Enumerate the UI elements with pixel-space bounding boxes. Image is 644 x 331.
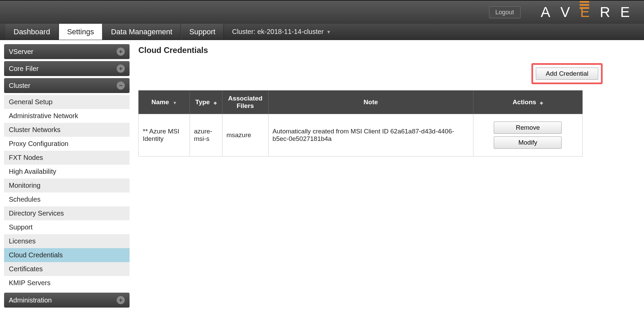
sidebar-item-general-setup[interactable]: General Setup: [4, 95, 130, 109]
tab-support[interactable]: Support: [181, 24, 224, 40]
cell-name: ** Azure MSI Identity: [139, 114, 190, 157]
brand-logo: A V E R E: [541, 4, 634, 20]
modify-button[interactable]: Modify: [494, 136, 562, 149]
col-header-associated-filers[interactable]: Associated Filers: [222, 91, 268, 114]
sidebar-item-kmip-servers[interactable]: KMIP Servers: [4, 276, 130, 290]
sidebar-section-administration[interactable]: Administration: [4, 293, 130, 308]
page-title: Cloud Credentials: [138, 45, 637, 55]
collapse-icon: [117, 81, 125, 90]
col-label: Actions: [512, 98, 536, 106]
tab-dashboard[interactable]: Dashboard: [5, 24, 59, 40]
sidebar-section-label: Administration: [9, 296, 52, 304]
sidebar-item-cluster-networks[interactable]: Cluster Networks: [4, 123, 130, 137]
col-header-type[interactable]: Type ◆: [190, 91, 222, 114]
top-bar: Logout A V E R E: [0, 0, 644, 24]
content-area: Cloud Credentials Add Credential Name ▼ …: [135, 44, 640, 310]
sidebar-item-monitoring[interactable]: Monitoring: [4, 179, 130, 192]
sort-icon: ◆: [214, 100, 217, 105]
logo-letter: R: [600, 4, 614, 20]
sidebar-section-vserver[interactable]: VServer: [4, 44, 130, 59]
sidebar-item-fxt-nodes[interactable]: FXT Nodes: [4, 151, 130, 165]
col-label: Associated Filers: [228, 95, 262, 109]
sidebar-section-label: Cluster: [9, 82, 30, 90]
add-credential-button[interactable]: Add Credential: [536, 68, 598, 80]
logout-button[interactable]: Logout: [489, 6, 521, 18]
col-header-name[interactable]: Name ▼: [139, 91, 190, 114]
sidebar-item-high-availability[interactable]: High Availability: [4, 165, 130, 179]
col-label: Note: [364, 98, 378, 106]
col-label: Name: [152, 98, 169, 106]
cluster-prefix: Cluster:: [232, 28, 255, 36]
cell-actions: Remove Modify: [473, 114, 582, 157]
table-row: ** Azure MSI Identity azure-msi-s msazur…: [139, 114, 583, 157]
col-header-note[interactable]: Note: [268, 91, 473, 114]
logo-bars-icon: [580, 0, 589, 9]
sidebar-item-proxy-config[interactable]: Proxy Configuration: [4, 137, 130, 151]
expand-icon: [117, 48, 125, 56]
cell-note: Automatically created from MSI Client ID…: [268, 114, 473, 157]
sidebar-item-support[interactable]: Support: [4, 220, 130, 234]
sidebar-cluster-items: General Setup Administrative Network Clu…: [4, 95, 130, 290]
expand-icon: [117, 296, 125, 304]
cluster-name: ek-2018-11-14-cluster: [257, 28, 324, 36]
remove-button[interactable]: Remove: [494, 122, 562, 134]
settings-sidebar: VServer Core Filer Cluster General Setup…: [4, 44, 130, 310]
sidebar-section-label: VServer: [9, 48, 33, 56]
sidebar-item-licenses[interactable]: Licenses: [4, 234, 130, 248]
sidebar-section-core-filer[interactable]: Core Filer: [4, 61, 130, 76]
tab-data-management[interactable]: Data Management: [102, 24, 181, 40]
sort-desc-icon: ▼: [173, 100, 177, 105]
sidebar-item-schedules[interactable]: Schedules: [4, 192, 130, 206]
credentials-table: Name ▼ Type ◆ Associated Filers Note Act: [138, 90, 583, 157]
col-header-actions[interactable]: Actions ◆: [473, 91, 582, 114]
sidebar-item-admin-network[interactable]: Administrative Network: [4, 109, 130, 123]
cluster-selector[interactable]: Cluster: ek-2018-11-14-cluster ▼: [224, 24, 339, 40]
add-credential-highlight: Add Credential: [531, 63, 603, 84]
main-tabs: Dashboard Settings Data Management Suppo…: [0, 24, 644, 40]
col-label: Type: [195, 98, 210, 106]
sidebar-section-label: Core Filer: [9, 65, 39, 73]
logo-letter: A: [541, 4, 554, 20]
sidebar-item-directory-services[interactable]: Directory Services: [4, 206, 130, 220]
sidebar-section-cluster[interactable]: Cluster: [4, 78, 130, 93]
sort-icon: ◆: [540, 100, 543, 105]
sidebar-item-certificates[interactable]: Certificates: [4, 262, 130, 276]
logo-letter: V: [561, 4, 574, 20]
tab-settings[interactable]: Settings: [59, 24, 103, 40]
expand-icon: [117, 65, 125, 73]
logo-letter: E: [620, 4, 634, 20]
chevron-down-icon: ▼: [326, 29, 331, 35]
cell-type: azure-msi-s: [190, 114, 222, 157]
cell-assoc: msazure: [222, 114, 268, 157]
sidebar-item-cloud-credentials[interactable]: Cloud Credentials: [4, 248, 130, 262]
